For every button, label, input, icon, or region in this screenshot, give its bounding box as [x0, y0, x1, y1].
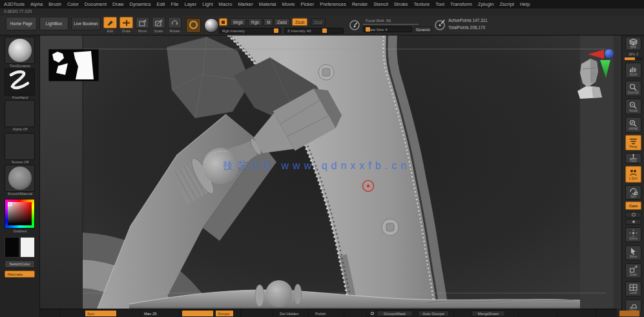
lsym-button[interactable]: L.Sym [625, 166, 641, 183]
menu-item[interactable]: Material [259, 1, 276, 7]
menu-item[interactable]: Stroke [394, 1, 408, 7]
switch-color-button[interactable]: SwitchColor [5, 260, 35, 268]
right-shelf: BPR SPix 3 Scroll Zoom3D Actual AAHalf P… [621, 36, 644, 317]
rgb-intensity-slider[interactable]: Rgb Intensity [219, 28, 281, 34]
resolution-button[interactable] [182, 311, 213, 316]
menu-item[interactable]: File [171, 1, 178, 7]
current-brush-thumbnail[interactable] [5, 37, 35, 64]
menu-item[interactable]: Layer [185, 1, 197, 7]
focal-shift-track[interactable] [363, 24, 419, 25]
rotate-button[interactable]: Rotate [168, 17, 182, 34]
current-texture-thumbnail[interactable] [5, 133, 35, 160]
menu-item[interactable]: Render [352, 1, 368, 7]
secondary-color-swatch[interactable] [20, 237, 35, 258]
actual-button[interactable]: Actual [625, 99, 641, 114]
draw-size-slider[interactable]: Draw Size 4 [363, 26, 412, 32]
auto-groups-button[interactable]: Auto Groups [418, 311, 449, 316]
rgb-intensity-handle[interactable] [274, 28, 278, 33]
menu-item[interactable]: Texture [414, 1, 430, 7]
menu-item[interactable]: Marker [238, 1, 253, 7]
merge-down-button[interactable]: MergeDown [472, 311, 505, 316]
bpr-button[interactable]: BPR [625, 37, 641, 50]
persp-button[interactable]: Persp [625, 135, 641, 150]
paint-mode-button[interactable] [219, 18, 227, 26]
menu-item[interactable]: Zplugin [478, 1, 494, 7]
cam-redo-button[interactable] [625, 219, 641, 225]
aahalf-button[interactable]: AAHalf [625, 117, 641, 132]
cam-undo-button[interactable] [625, 212, 641, 218]
current-alpha-thumbnail[interactable] [5, 100, 35, 127]
grid-icon [628, 283, 638, 291]
menu-item[interactable]: Brush [48, 1, 61, 7]
quick-pick-dial-icon[interactable] [434, 19, 446, 31]
brush-preview-button[interactable] [186, 18, 201, 33]
edit-button[interactable]: Edit [103, 17, 117, 34]
corner-accent-button[interactable] [619, 311, 639, 316]
color-picker[interactable] [5, 199, 35, 229]
alternate-button[interactable]: Alternate [5, 271, 35, 278]
local-button[interactable]: Local [625, 281, 641, 296]
scale-button[interactable]: Scale [152, 17, 165, 34]
move-button[interactable]: Move [136, 17, 149, 34]
polish-button[interactable]: Polish [313, 311, 327, 316]
draw-size-handle[interactable] [366, 27, 370, 32]
current-stroke-thumbnail[interactable] [5, 68, 35, 96]
menu-item[interactable]: Zscript [499, 1, 514, 7]
draw-button[interactable]: Draw [119, 17, 133, 34]
move-3d-button[interactable]: Move [625, 245, 641, 260]
dynamic-button[interactable]: Dynamic [414, 26, 432, 32]
spin-button[interactable]: Spin [625, 185, 641, 199]
axis-z-sphere[interactable] [605, 49, 614, 58]
menu-item[interactable]: Draw [112, 1, 124, 7]
gizmo-button[interactable]: Gizmo [625, 227, 641, 242]
menu-item[interactable]: Help [520, 1, 530, 7]
menu-item[interactable]: Dynamics [130, 1, 151, 7]
focal-dial-icon[interactable] [349, 19, 361, 32]
menu-item[interactable]: Document [85, 1, 107, 7]
del-hidden-button[interactable]: Del Hidden [278, 311, 301, 316]
groups-mask-radio[interactable] [371, 312, 374, 315]
zoom3d-button[interactable]: Zoom3D [625, 81, 641, 96]
cam-button[interactable]: Cam [625, 201, 641, 210]
menu-item[interactable]: Stencil [373, 1, 388, 7]
live-boolean-button[interactable]: Live Boolean [71, 17, 101, 30]
floor-button[interactable]: Floor [625, 153, 641, 163]
menu-item[interactable]: A3DTools [4, 1, 25, 7]
lightbox-button[interactable]: LightBox [39, 17, 68, 30]
viewport-canvas[interactable]: 技艺CG www.qdnxxfb.cn [40, 36, 621, 309]
magnifier-actual-icon [628, 101, 638, 109]
m-button[interactable]: M [264, 18, 273, 26]
z-intensity-slider[interactable]: Z Intensity 43 [284, 28, 344, 34]
sym-button[interactable]: Sym [85, 311, 116, 316]
menu-item[interactable]: Macro [219, 1, 233, 7]
main-color-swatch[interactable] [5, 237, 19, 258]
magnifier-half-icon [628, 119, 638, 127]
focal-shift-slider[interactable]: Focal Shift -56 [363, 17, 412, 23]
menu-item[interactable]: Movie [282, 1, 295, 7]
spix-slider[interactable] [625, 57, 642, 60]
menu-item[interactable]: Edit [156, 1, 165, 7]
scroll-button[interactable]: Scroll [625, 63, 641, 78]
alpha-name-label: Alpha Off [0, 127, 40, 131]
total-points-stat: TotalPoints 208,170 [448, 25, 485, 30]
watermark-text: 技艺CG www.qdnxxfb.cn [222, 160, 410, 171]
menu-item[interactable]: Color [67, 1, 79, 7]
zadd-button[interactable]: Zadd [274, 18, 290, 26]
menu-item[interactable]: Alpha [30, 1, 43, 7]
stroke-sphere-button[interactable] [204, 18, 219, 33]
scale-3d-button[interactable]: Scale [625, 263, 641, 278]
menu-item[interactable]: Transform [450, 1, 472, 7]
zsub-button[interactable]: Zsub [292, 18, 307, 26]
menu-item[interactable]: Picker [300, 1, 314, 7]
menu-item[interactable]: Light [202, 1, 213, 7]
z-intensity-handle[interactable] [322, 28, 327, 33]
rgb-button[interactable]: Rgb [248, 18, 262, 26]
zcut-button[interactable]: Zcut [311, 18, 326, 26]
home-page-button[interactable]: Home Page [6, 17, 37, 30]
mrgb-button[interactable]: Mrgb [230, 18, 246, 26]
groups-button[interactable]: Groups [216, 311, 233, 316]
current-material-thumbnail[interactable] [5, 165, 35, 192]
groups-mask-button[interactable]: GroupsMask [377, 311, 413, 316]
menu-item[interactable]: Tool [435, 1, 444, 7]
menu-item[interactable]: Preferences [320, 1, 346, 7]
